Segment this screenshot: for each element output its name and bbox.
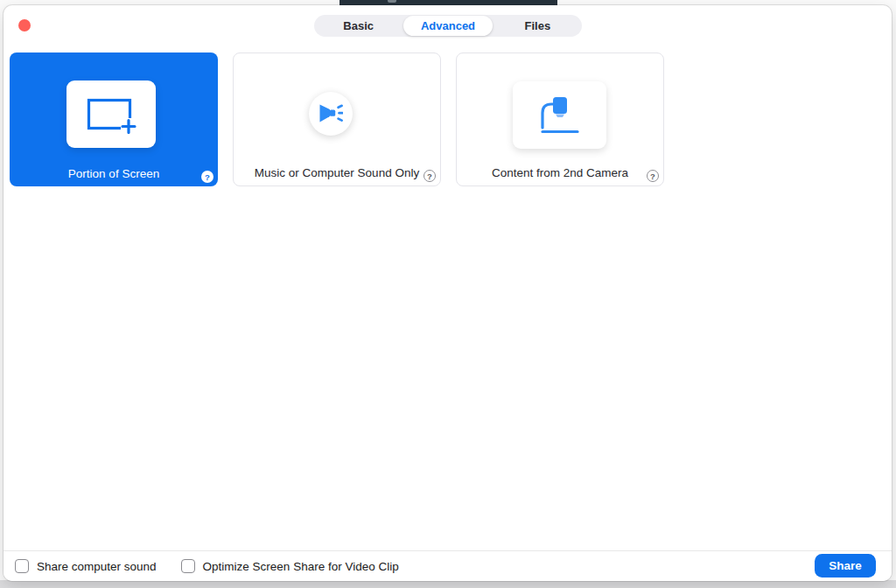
tab-advanced[interactable]: Advanced bbox=[403, 16, 492, 36]
card-label: Content from 2nd Camera bbox=[457, 166, 663, 179]
share-computer-sound-checkbox[interactable] bbox=[15, 559, 29, 573]
checkbox-label: Optimize Screen Share for Video Clip bbox=[203, 560, 399, 573]
screen-portion-icon bbox=[66, 80, 156, 148]
screen: Basic Advanced Files Portion of Screen ? bbox=[0, 0, 896, 588]
card-content-2nd-camera[interactable]: Content from 2nd Camera ? bbox=[456, 52, 664, 186]
screen-portion-glyph bbox=[86, 95, 136, 134]
card-portion-of-screen[interactable]: Portion of Screen ? bbox=[10, 52, 218, 186]
checkbox-label: Share computer sound bbox=[37, 560, 157, 573]
speaker-sound-icon bbox=[309, 92, 353, 136]
tab-files[interactable]: Files bbox=[494, 15, 582, 37]
optimize-video-clip-checkbox[interactable] bbox=[181, 559, 195, 573]
optimize-video-clip-option[interactable]: Optimize Screen Share for Video Clip bbox=[181, 559, 399, 573]
card-label: Portion of Screen bbox=[10, 167, 218, 180]
card-label: Music or Computer Sound Only bbox=[234, 166, 440, 179]
share-computer-sound-option[interactable]: Share computer sound bbox=[15, 559, 157, 573]
desktop-backdrop-strip bbox=[0, 580, 896, 588]
card-computer-sound-only[interactable]: Music or Computer Sound Only ? bbox=[233, 52, 441, 186]
toolbar-notch bbox=[388, 0, 396, 3]
close-button[interactable] bbox=[18, 19, 31, 32]
help-icon[interactable]: ? bbox=[647, 170, 659, 182]
doc-camera-icon bbox=[513, 81, 606, 149]
doc-camera-glyph bbox=[539, 95, 581, 136]
tab-basic[interactable]: Basic bbox=[314, 15, 402, 37]
share-screen-dialog: Basic Advanced Files Portion of Screen ? bbox=[4, 5, 892, 581]
help-icon[interactable]: ? bbox=[201, 171, 214, 183]
speaker-glyph bbox=[318, 103, 343, 124]
help-icon[interactable]: ? bbox=[424, 170, 436, 182]
share-mode-tabs: Basic Advanced Files bbox=[314, 15, 582, 37]
footer-bar: Share computer sound Optimize Screen Sha… bbox=[4, 550, 892, 581]
share-button[interactable]: Share bbox=[815, 554, 876, 578]
